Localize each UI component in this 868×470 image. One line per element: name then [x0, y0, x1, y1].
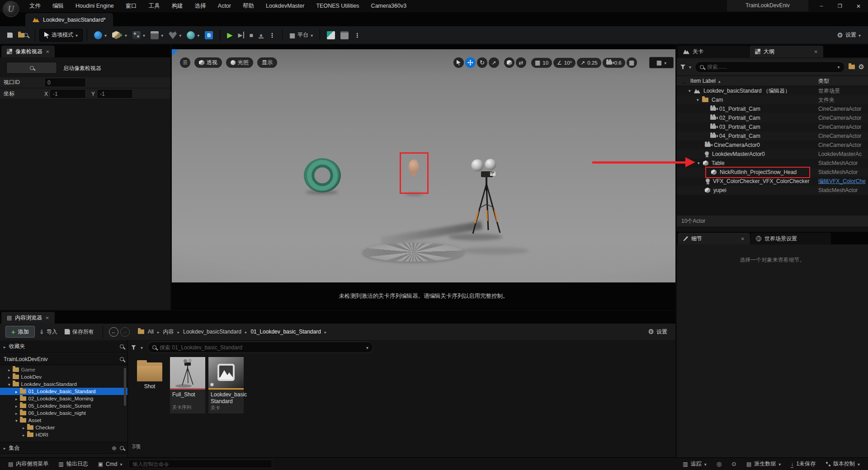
tab-outliner[interactable]: 大纲: [750, 46, 823, 57]
chevron-right-icon[interactable]: [8, 367, 10, 372]
console-input[interactable]: [132, 461, 268, 467]
outliner-row[interactable]: VFX_ColorChecker_VFX_ColorChecker编辑VFX_C…: [677, 177, 868, 186]
jade-disc-mesh[interactable]: [304, 158, 341, 193]
scale-snap-control[interactable]: 0.25: [577, 58, 601, 68]
chevron-down-icon[interactable]: [838, 64, 840, 70]
asset-search[interactable]: [147, 342, 373, 353]
rotation-snap-control[interactable]: 10°: [553, 58, 576, 68]
quick-add-button[interactable]: +: [109, 28, 130, 42]
outliner-row[interactable]: 03_Portrait_CamCineCameraActor: [677, 122, 868, 132]
settings-button[interactable]: 设置: [835, 28, 863, 42]
coordinate-y-field[interactable]: [97, 89, 133, 99]
new-folder-icon[interactable]: [849, 65, 855, 69]
unreal-logo-icon[interactable]: U: [3, 1, 19, 17]
editor-mode-select[interactable]: 选项模式: [39, 29, 83, 42]
revision-control-button[interactable]: 版本控制: [822, 458, 863, 470]
play-button[interactable]: [224, 28, 235, 42]
capture-button[interactable]: [338, 28, 351, 42]
add-collection-icon[interactable]: ⊕: [112, 445, 117, 451]
close-icon[interactable]: [814, 48, 818, 55]
tree-item-lookdev-basicstandard[interactable]: Lookdev_basicStandard: [0, 381, 127, 388]
unsaved-button[interactable]: 1未保存: [787, 458, 819, 470]
asset-tile-lookdev-basic-standard[interactable]: Lookdev_basic Standard 关卡: [208, 357, 244, 414]
output-log-button[interactable]: 输出日志: [55, 458, 91, 470]
swirl-tool-button[interactable]: [91, 28, 109, 42]
chevron-right-icon[interactable]: [15, 389, 18, 394]
grid-snap-control[interactable]: 10: [531, 58, 552, 68]
outliner-search-input[interactable]: [707, 64, 834, 70]
menu-help[interactable]: 帮助: [237, 0, 260, 12]
outliner-row[interactable]: CineCameraActor0CineCameraActor: [677, 141, 868, 150]
tab-details[interactable]: 细节: [678, 233, 750, 244]
render-queue-button[interactable]: [324, 28, 338, 42]
browse-content-button[interactable]: [15, 28, 31, 42]
maximize-viewport-button[interactable]: [627, 57, 637, 68]
chevron-down-icon[interactable]: [689, 89, 694, 93]
chevron-right-icon[interactable]: [15, 403, 18, 409]
asset-tab[interactable]: Lookdev_basicStandard*: [25, 13, 113, 26]
favorites-bar[interactable]: 收藏夹: [0, 341, 127, 352]
move-tool-button[interactable]: [465, 57, 476, 68]
tree-item-asset[interactable]: Asset: [0, 417, 127, 424]
outliner-row[interactable]: Cam文件夹: [677, 95, 868, 104]
breadcrumb-lookdev[interactable]: Lookdev_basicStandard: [181, 329, 243, 335]
camera-tripod-mesh[interactable]: [465, 158, 509, 244]
frame-skip-button[interactable]: [236, 28, 247, 42]
menu-build[interactable]: 构建: [166, 0, 189, 12]
camera-speed-control[interactable]: 0.6: [603, 58, 625, 68]
tree-item-lookdev[interactable]: LookDev: [0, 373, 127, 381]
asset-search-input[interactable]: [160, 344, 363, 351]
menu-lookdevmaster[interactable]: LookdevMaster: [260, 0, 310, 12]
lit-mode-button[interactable]: 光照: [226, 57, 253, 68]
menu-camera360v3[interactable]: Camera360v3: [365, 0, 413, 12]
forward-button[interactable]: [120, 327, 130, 337]
asset-tile-shot[interactable]: Shot: [132, 358, 167, 390]
tree-item-checker[interactable]: Checker: [0, 424, 127, 431]
pixel-inspector-tab[interactable]: 像素检视器: [1, 46, 55, 57]
menu-actor[interactable]: Actor: [212, 0, 237, 12]
show-button[interactable]: 显示: [257, 57, 277, 68]
perspective-button[interactable]: 透视: [194, 57, 222, 68]
asset-tile-full-shot[interactable]: Full_Shot 关卡序列: [170, 357, 205, 414]
tree-item-game[interactable]: Game: [0, 366, 127, 373]
save-button[interactable]: [5, 28, 15, 42]
viewport-layout-select[interactable]: [649, 57, 674, 68]
target-status-button[interactable]: [713, 458, 725, 470]
scale-tool-button[interactable]: [489, 57, 499, 68]
menu-select[interactable]: 选择: [189, 0, 212, 12]
chevron-down-icon[interactable]: [15, 418, 18, 423]
play-options-button[interactable]: [266, 28, 278, 42]
filter-icon[interactable]: [131, 345, 136, 350]
chevron-down-icon[interactable]: [697, 98, 702, 102]
import-button[interactable]: 导入: [37, 325, 60, 338]
tab-levels[interactable]: 关卡: [678, 46, 749, 57]
outliner-row[interactable]: yupeiStaticMeshActor: [677, 186, 868, 195]
chevron-down-icon[interactable]: [366, 344, 368, 351]
tree-item-02-lookdev-basic-morning[interactable]: 02_Lookdev_basic_Morning: [0, 395, 127, 402]
stop-button[interactable]: [247, 28, 256, 42]
breadcrumb-current[interactable]: 01_Lookdev_basic_Standard: [249, 329, 322, 335]
chevron-right-icon[interactable]: [23, 425, 25, 430]
rotate-tool-button[interactable]: [477, 57, 487, 68]
content-settings-button[interactable]: 设置: [646, 325, 670, 338]
viewport-render-area[interactable]: 透视 光照 显示 10 10° 0.25 0.6: [172, 49, 675, 282]
select-tool-button[interactable]: [453, 57, 464, 68]
toolbar-more-button[interactable]: [351, 28, 363, 42]
chevron-right-icon[interactable]: [8, 374, 10, 380]
outliner-row-table[interactable]: TableStaticMeshActor: [677, 159, 868, 168]
breadcrumb-content[interactable]: 内容: [161, 328, 176, 336]
derived-data-button[interactable]: 派生数据: [743, 458, 784, 470]
column-item-label[interactable]: Item Label: [690, 78, 818, 84]
menu-tools[interactable]: 工具: [143, 0, 166, 12]
tree-item-06-lookdev-basic-night[interactable]: 06_Lookdev_basic_night: [0, 409, 127, 417]
filter-icon[interactable]: [680, 65, 685, 69]
world-tool-button[interactable]: [184, 28, 202, 42]
back-button[interactable]: [109, 327, 118, 337]
coordinate-x-field[interactable]: [50, 89, 86, 99]
search-icon[interactable]: [120, 344, 124, 348]
chevron-right-icon[interactable]: [325, 329, 327, 334]
menu-file[interactable]: 文件: [24, 0, 47, 12]
tree-item-05-lookdev-basic-sunset[interactable]: 05_Lookdev_basic_Sunset: [0, 402, 127, 409]
collections-bar[interactable]: 集合 ⊕: [0, 442, 127, 454]
capture-status-button[interactable]: [728, 458, 740, 470]
